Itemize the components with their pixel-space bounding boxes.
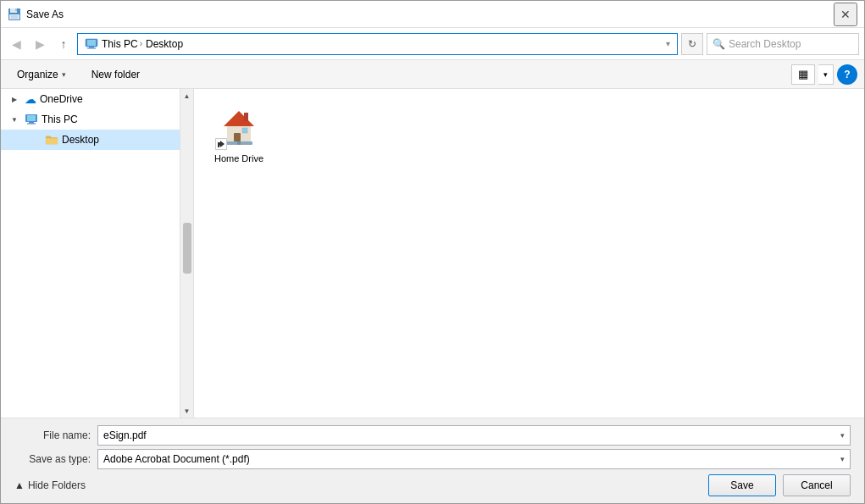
svg-rect-10 xyxy=(27,115,36,121)
svg-rect-11 xyxy=(29,122,34,124)
search-box[interactable]: 🔍 Search Desktop xyxy=(707,33,859,55)
organize-chevron: ▾ xyxy=(62,70,66,79)
path-dropdown-arrow[interactable]: ▾ xyxy=(666,39,670,48)
hide-folders-icon: ▲ xyxy=(14,479,25,491)
address-bar: ◀ ▶ ↑ This PC › Desktop ▾ ↻ 🔍 Search Des… xyxy=(1,28,864,60)
toolbar: Organize ▾ New folder ▦ ▾ ? xyxy=(1,60,864,89)
filename-row: File name: eSign.pdf ▾ xyxy=(14,425,851,446)
scroll-down-arrow[interactable]: ▼ xyxy=(180,404,193,418)
action-buttons: Save Cancel xyxy=(708,474,851,496)
cancel-button[interactable]: Cancel xyxy=(783,474,851,496)
footer-bar: ▲ Hide Folders Save Cancel xyxy=(14,474,851,496)
sidebar-item-thispc[interactable]: ▼ This PC xyxy=(1,109,193,130)
sidebar-item-label: OneDrive xyxy=(40,93,83,105)
forward-button[interactable]: ▶ xyxy=(30,34,50,54)
savetype-label: Save as type: xyxy=(14,453,91,465)
savetype-value: Adobe Acrobat Document (*.pdf) xyxy=(103,453,840,465)
save-button[interactable]: Save xyxy=(708,474,776,496)
svg-rect-2 xyxy=(15,8,17,11)
help-button[interactable]: ? xyxy=(837,64,857,85)
svg-rect-4 xyxy=(11,15,18,19)
title-bar-left: Save As xyxy=(8,8,64,21)
svg-marker-21 xyxy=(218,141,225,147)
address-path[interactable]: This PC › Desktop ▾ xyxy=(77,33,678,55)
search-icon: 🔍 xyxy=(713,38,725,50)
file-item-home-drive[interactable]: Home Drive xyxy=(201,96,277,170)
up-button[interactable]: ↑ xyxy=(53,34,74,54)
search-placeholder: Search Desktop xyxy=(729,38,801,50)
expand-icon: ▼ xyxy=(8,113,21,126)
expand-icon xyxy=(28,133,42,147)
svg-rect-7 xyxy=(89,47,94,48)
filename-value: eSign.pdf xyxy=(103,429,840,441)
main-content: ▶ ☁ OneDrive ▼ This PC xyxy=(1,89,864,418)
filename-input[interactable]: eSign.pdf ▾ xyxy=(97,425,851,446)
view-dropdown-button[interactable]: ▾ xyxy=(818,64,834,85)
svg-rect-6 xyxy=(87,40,96,46)
thispc-icon xyxy=(25,114,38,125)
view-chevron-icon: ▾ xyxy=(823,70,828,79)
file-icon-wrapper xyxy=(215,102,263,150)
savetype-input[interactable]: Adobe Acrobat Document (*.pdf) ▾ xyxy=(97,449,851,469)
scroll-track xyxy=(180,102,193,404)
file-item-label: Home Drive xyxy=(214,153,263,163)
svg-marker-16 xyxy=(224,111,254,126)
svg-rect-19 xyxy=(244,113,248,121)
tree-area: ▶ ☁ OneDrive ▼ This PC xyxy=(1,89,193,418)
dialog-title: Save As xyxy=(26,8,64,20)
expand-icon: ▶ xyxy=(8,92,21,106)
organize-button[interactable]: Organize ▾ xyxy=(8,64,75,85)
sidebar-item-desktop[interactable]: Desktop xyxy=(1,130,193,150)
bottom-area: File name: eSign.pdf ▾ Save as type: Ado… xyxy=(1,418,864,503)
refresh-button[interactable]: ↻ xyxy=(681,33,703,55)
sidebar-item-label: This PC xyxy=(42,114,78,125)
view-grid-icon: ▦ xyxy=(798,68,808,80)
hide-folders-button[interactable]: ▲ Hide Folders xyxy=(14,479,86,491)
pc-icon xyxy=(85,38,98,50)
left-panel: ▶ ☁ OneDrive ▼ This PC xyxy=(1,89,194,418)
svg-rect-20 xyxy=(237,141,241,145)
svg-rect-12 xyxy=(27,124,36,125)
sidebar-item-onedrive[interactable]: ▶ ☁ OneDrive xyxy=(1,89,193,109)
view-icon-button[interactable]: ▦ xyxy=(791,64,815,85)
svg-rect-8 xyxy=(87,47,96,48)
save-as-dialog: Save As ✕ ◀ ▶ ↑ This PC › Desktop ▾ ↻ xyxy=(0,0,865,504)
back-button[interactable]: ◀ xyxy=(6,34,26,54)
new-folder-button[interactable]: New folder xyxy=(82,64,149,85)
shortcut-badge xyxy=(215,138,227,150)
dialog-icon xyxy=(8,8,21,21)
hide-folders-label: Hide Folders xyxy=(28,479,86,491)
filename-dropdown-arrow[interactable]: ▾ xyxy=(840,431,845,440)
scroll-up-arrow[interactable]: ▲ xyxy=(180,89,193,102)
savetype-row: Save as type: Adobe Acrobat Document (*.… xyxy=(14,449,851,469)
left-scrollbar: ▲ ▼ xyxy=(180,89,193,418)
file-area: Home Drive xyxy=(194,89,864,418)
svg-rect-18 xyxy=(242,128,247,133)
toolbar-right: ▦ ▾ ? xyxy=(791,64,857,85)
filename-label: File name: xyxy=(14,429,91,441)
path-desktop: Desktop xyxy=(146,38,183,50)
savetype-dropdown-arrow[interactable]: ▾ xyxy=(840,455,845,463)
title-bar: Save As ✕ xyxy=(1,1,864,28)
onedrive-icon: ☁ xyxy=(25,92,36,106)
scroll-thumb[interactable] xyxy=(183,223,191,274)
sidebar-item-label: Desktop xyxy=(62,134,99,146)
close-button[interactable]: ✕ xyxy=(834,3,857,26)
path-thispc: This PC › xyxy=(102,38,142,50)
folder-icon xyxy=(45,134,58,146)
svg-rect-17 xyxy=(234,133,241,141)
